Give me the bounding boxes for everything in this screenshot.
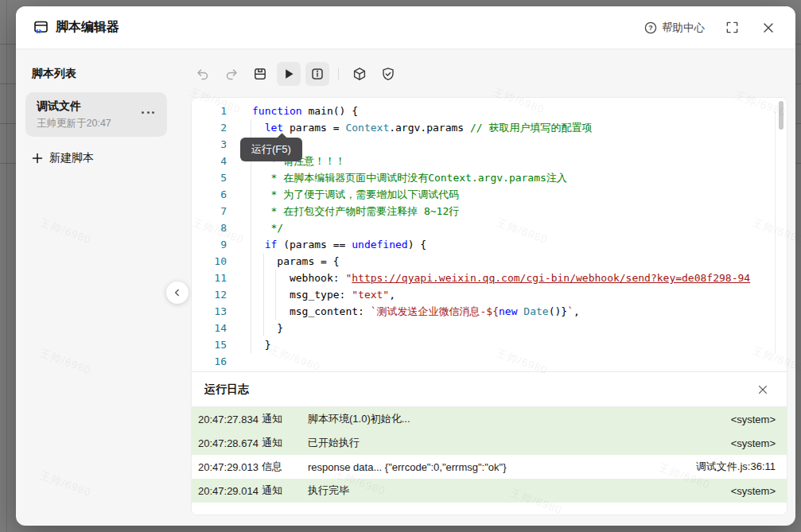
screen: 脚本编辑器 ? 帮助中心	[0, 0, 801, 532]
code-text: if (params == undefined) {	[244, 236, 787, 253]
script-editor-dialog: 脚本编辑器 ? 帮助中心	[16, 6, 795, 526]
line-number: 6	[192, 186, 244, 203]
dialog-header: 脚本编辑器 ? 帮助中心	[16, 6, 795, 49]
code-text: * 请注意！！！	[244, 153, 787, 169]
log-level: 通知	[262, 436, 308, 450]
new-script-button[interactable]: 新建脚本	[32, 151, 94, 165]
code-line[interactable]: 12 msg_type: "text",	[192, 286, 787, 303]
log-row: 20:47:29.013信息response data... {"errcode…	[192, 455, 787, 479]
line-number: 9	[192, 236, 244, 253]
code-line[interactable]: 16	[192, 353, 787, 370]
script-list-item-selected[interactable]: 调试文件 王帅更新于20:47	[25, 92, 167, 137]
help-center-label: 帮助中心	[662, 21, 705, 35]
log-source: <system>	[731, 485, 776, 497]
log-row: 20:47:29.014通知执行完毕<system>	[192, 479, 787, 503]
code-text: msg_content: `测试发送企业微信消息-${new Date()}`,	[244, 303, 787, 320]
line-number: 15	[192, 336, 244, 353]
code-text: }	[244, 336, 787, 353]
run-log-header: 运行日志	[192, 372, 787, 407]
code-text: }	[244, 320, 787, 336]
code-text: * 在打包交付产物时需要注释掉 8~12行	[244, 203, 787, 219]
log-time: 20:47:29.013	[198, 461, 262, 473]
code-text: function main() {	[244, 103, 787, 119]
log-source: <system>	[731, 414, 776, 425]
collapse-sidebar-button[interactable]	[166, 282, 189, 304]
code-text	[244, 353, 787, 370]
log-time: 20:47:29.014	[198, 485, 262, 497]
help-center-button[interactable]: ? 帮助中心	[644, 21, 705, 35]
code-line[interactable]: 8 */	[192, 219, 787, 236]
run-log-panel: 运行日志 20:47:27.834通知脚本环境(1.0)初始化...<syste…	[192, 371, 787, 515]
editor-scrollbar-thumb[interactable]	[779, 101, 784, 130]
code-text: */	[244, 219, 787, 236]
undo-button[interactable]	[191, 62, 215, 86]
line-number: 2	[192, 119, 244, 136]
chevron-left-icon	[172, 287, 183, 298]
line-number: 14	[192, 320, 244, 336]
log-time: 20:47:28.674	[198, 437, 262, 449]
redo-button[interactable]	[220, 62, 243, 86]
dialog-title: 脚本编辑器	[56, 19, 119, 36]
dialog-body: 脚本列表 调试文件 王帅更新于20:47 新建脚本	[16, 49, 795, 526]
line-number: 16	[192, 353, 244, 370]
log-time: 20:47:27.834	[198, 414, 262, 425]
plus-icon	[32, 153, 43, 164]
code-line[interactable]: 11 webhook: "https://qyapi.weixin.qq.com…	[192, 270, 787, 286]
code-line[interactable]: 10 params = {	[192, 253, 787, 270]
save-button[interactable]	[248, 62, 272, 86]
header-actions: ? 帮助中心	[644, 18, 778, 37]
code-line[interactable]: 14 }	[192, 320, 787, 336]
log-panel-toggle-button[interactable]	[305, 62, 329, 86]
run-tooltip: 运行(F5)	[240, 138, 302, 161]
script-more-button[interactable]	[138, 108, 157, 117]
log-message: response data... {"errcode":0,"errmsg":"…	[308, 461, 696, 473]
line-number: 5	[192, 169, 244, 186]
code-text: * 在脚本编辑器页面中调试时没有Context.argv.params注入	[244, 169, 787, 186]
script-list-title: 脚本列表	[32, 67, 76, 81]
line-number: 12	[192, 286, 244, 303]
log-level: 信息	[262, 460, 308, 474]
run-button[interactable]	[277, 62, 301, 86]
toolbar-divider	[338, 68, 339, 80]
log-message: 执行完毕	[308, 483, 731, 498]
line-number: 11	[192, 270, 244, 286]
code-line[interactable]: 13 msg_content: `测试发送企业微信消息-${new Date()…	[192, 303, 787, 320]
code-line[interactable]: 5 * 在脚本编辑器页面中调试时没有Context.argv.params注入	[192, 169, 787, 186]
fullscreen-button[interactable]	[722, 18, 741, 37]
log-row: 20:47:27.834通知脚本环境(1.0)初始化...<system>	[192, 407, 787, 431]
code-line[interactable]: 9 if (params == undefined) {	[192, 236, 787, 253]
code-text: /**	[244, 136, 787, 153]
log-message: 已开始执行	[308, 436, 731, 450]
code-text: msg_type: "text",	[244, 286, 787, 303]
dialog-title-group: 脚本编辑器	[33, 19, 119, 36]
log-level: 通知	[262, 412, 308, 426]
code-line[interactable]: 7 * 在打包交付产物时需要注释掉 8~12行	[192, 203, 787, 219]
line-number: 10	[192, 253, 244, 270]
close-dialog-button[interactable]	[759, 18, 778, 37]
code-line[interactable]: 15 }	[192, 336, 787, 353]
security-check-button[interactable]	[376, 62, 400, 86]
log-rows: 20:47:27.834通知脚本环境(1.0)初始化...<system>20:…	[192, 407, 787, 503]
package-button[interactable]	[348, 62, 371, 86]
script-editor-icon	[33, 20, 49, 35]
log-row: 20:47:28.674通知已开始执行<system>	[192, 431, 787, 455]
code-text: params = {	[244, 253, 787, 270]
code-text: * 为了便于调试，需要增加以下调试代码	[244, 186, 787, 203]
code-line[interactable]: 6 * 为了便于调试，需要增加以下调试代码	[192, 186, 787, 203]
question-circle-icon: ?	[644, 21, 657, 34]
code-text: let params = Context.argv.params // 获取用户…	[244, 119, 787, 136]
line-number: 4	[192, 153, 244, 169]
close-log-button[interactable]	[753, 380, 772, 399]
svg-text:?: ?	[648, 24, 653, 32]
editor-main-area: 1function main() {2 let params = Context…	[185, 49, 795, 526]
editor-toolbar	[191, 62, 400, 86]
script-list-sidebar: 脚本列表 调试文件 王帅更新于20:47 新建脚本	[16, 49, 185, 526]
editor-scrollbar-track	[775, 111, 776, 354]
line-number: 3	[192, 136, 244, 153]
log-source: 调试文件.js:36:11	[696, 460, 776, 474]
code-line[interactable]: 1function main() {	[192, 103, 787, 119]
log-message: 脚本环境(1.0)初始化...	[308, 412, 731, 426]
line-number: 8	[192, 219, 244, 236]
script-updated-meta: 王帅更新于20:47	[37, 117, 156, 130]
log-level: 通知	[262, 483, 308, 498]
